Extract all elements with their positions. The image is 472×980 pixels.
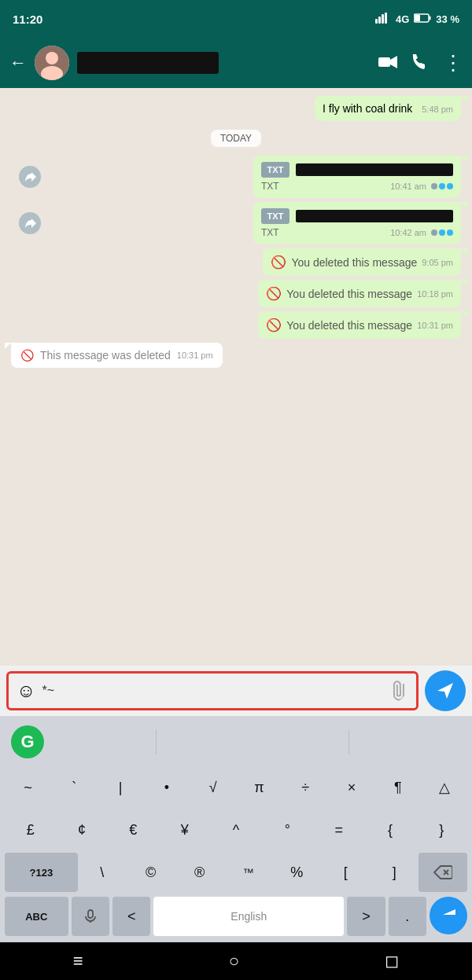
message-3: 🚫 You deleted this message 9:05 pm <box>263 248 461 276</box>
battery-label: 33 % <box>436 13 459 25</box>
key-backtick[interactable]: ` <box>51 768 98 807</box>
deleted-text-3: You deleted this message <box>291 256 417 269</box>
contact-name-redacted <box>77 52 219 74</box>
svg-rect-6 <box>415 15 420 21</box>
prev-message-text: I fly with coal drink <box>323 102 412 115</box>
key-triangle[interactable]: △ <box>421 768 467 807</box>
key-caret[interactable]: ^ <box>210 810 261 850</box>
recv-message-time: 10:31 pm <box>177 351 213 360</box>
svg-rect-3 <box>385 13 387 24</box>
key-rbrace[interactable]: } <box>416 810 467 850</box>
key-enter[interactable] <box>430 897 467 934</box>
nav-back-icon[interactable]: ◻ <box>385 951 399 971</box>
key-pilcrow[interactable]: ¶ <box>374 768 421 807</box>
key-trademark[interactable]: ™ <box>224 853 273 892</box>
key-times[interactable]: × <box>329 768 375 807</box>
key-pipe[interactable]: | <box>98 768 144 807</box>
message-input-bar[interactable]: ☺ <box>6 671 419 710</box>
message-input[interactable] <box>42 684 385 698</box>
key-lbracket[interactable]: [ <box>321 853 370 892</box>
input-row: ☺ <box>0 666 472 716</box>
message-row-4: 🚫 You deleted this message 10:18 pm <box>11 280 461 307</box>
forward-button-2[interactable] <box>19 212 41 234</box>
key-cent[interactable]: ¢ <box>56 810 107 850</box>
chat-header: ← ⋮ <box>0 38 472 88</box>
more-options-button[interactable]: ⋮ <box>443 51 463 75</box>
key-period[interactable]: . <box>389 897 426 936</box>
send-button[interactable] <box>425 670 466 711</box>
recv-deleted-icon: 🚫 <box>20 349 34 362</box>
key-backslash[interactable]: \ <box>78 853 127 892</box>
key-rbracket[interactable]: ] <box>370 853 419 892</box>
signal-icon <box>375 13 391 26</box>
status-bar: 11:20 4G 33 % <box>0 0 472 38</box>
header-actions: ⋮ <box>378 51 463 75</box>
message-5: 🚫 You deleted this message 10:31 pm <box>258 311 461 339</box>
video-call-button[interactable] <box>378 54 397 72</box>
svg-marker-11 <box>390 56 397 68</box>
nav-menu-icon[interactable]: ≡ <box>73 951 83 971</box>
message-time-1: 10:41 am <box>390 182 426 191</box>
prev-message: I fly with coal drink 5:48 pm <box>315 96 461 121</box>
battery-icon <box>414 13 431 25</box>
deleted-icon-3: 🚫 <box>271 255 286 270</box>
back-button[interactable]: ← <box>9 53 27 73</box>
grammarly-button[interactable]: G <box>11 725 44 758</box>
svg-rect-5 <box>430 16 431 20</box>
status-right: 4G 33 % <box>375 13 459 26</box>
key-less-than[interactable]: < <box>112 897 150 936</box>
key-euro[interactable]: € <box>108 810 159 850</box>
message-meta-1: TXT 10:41 am <box>261 181 453 192</box>
key-abc[interactable]: ABC <box>5 897 68 936</box>
key-backspace[interactable] <box>419 853 467 892</box>
key-numbers[interactable]: ?123 <box>5 853 78 892</box>
chat-messages-area: I fly with coal drink 5:48 pm TODAY TXT <box>0 88 472 666</box>
file-attachment-1: TXT <box>261 162 453 178</box>
divider-1 <box>156 729 157 754</box>
nav-home-icon[interactable]: ○ <box>229 951 239 971</box>
key-percent[interactable]: % <box>272 853 321 892</box>
file-attachment-2: TXT <box>261 208 453 224</box>
key-bullet[interactable]: • <box>143 768 190 807</box>
key-equals[interactable]: = <box>313 810 364 850</box>
key-degree[interactable]: ° <box>262 810 313 850</box>
deleted-icon-5: 🚫 <box>266 317 282 332</box>
deleted-icon-4: 🚫 <box>266 286 282 301</box>
key-registered[interactable]: ® <box>175 853 224 892</box>
message-6: 🚫 This message was deleted 10:31 pm <box>11 343 223 368</box>
message-row-3: 🚫 You deleted this message 9:05 pm <box>11 248 461 276</box>
svg-rect-0 <box>375 19 378 24</box>
voice-call-button[interactable] <box>411 53 429 74</box>
keyboard-row-3: ?123 \ © ® ™ % [ ] <box>0 851 472 894</box>
network-label: 4G <box>396 13 409 25</box>
message-2[interactable]: TXT TXT 10:42 am <box>253 202 461 244</box>
key-pound[interactable]: £ <box>5 810 56 850</box>
recv-deleted-content: 🚫 This message was deleted 10:31 pm <box>20 349 213 362</box>
keyboard-dividers <box>44 729 461 754</box>
file-label-2: TXT <box>261 227 279 238</box>
key-pi[interactable]: π <box>236 768 282 807</box>
key-space[interactable]: English <box>153 897 344 936</box>
key-lbrace[interactable]: { <box>364 810 415 850</box>
attach-button[interactable] <box>386 677 414 705</box>
key-divide[interactable]: ÷ <box>282 768 329 807</box>
key-greater-than[interactable]: > <box>347 897 385 936</box>
grammarly-row: G <box>0 722 472 766</box>
contact-avatar[interactable] <box>35 46 69 80</box>
deleted-content-4: 🚫 You deleted this message 10:18 pm <box>266 286 453 301</box>
file-name-redacted-1 <box>296 163 453 176</box>
key-copyright[interactable]: © <box>127 853 175 892</box>
svg-rect-10 <box>378 57 390 67</box>
forward-button-1[interactable] <box>19 166 41 188</box>
message-1[interactable]: TXT TXT 10:41 am <box>253 156 461 198</box>
key-yen[interactable]: ¥ <box>159 810 210 850</box>
message-row-6: 🚫 This message was deleted 10:31 pm <box>11 343 461 368</box>
key-mic[interactable] <box>72 897 109 936</box>
deleted-text-4: You deleted this message <box>286 288 412 300</box>
key-sqrt[interactable]: √ <box>190 768 236 807</box>
key-tilde[interactable]: ~ <box>5 768 51 807</box>
message-row-2: TXT TXT 10:42 am <box>11 202 461 244</box>
file-label-1: TXT <box>261 181 279 192</box>
emoji-button[interactable]: ☺ <box>17 680 36 702</box>
svg-rect-1 <box>378 17 381 24</box>
